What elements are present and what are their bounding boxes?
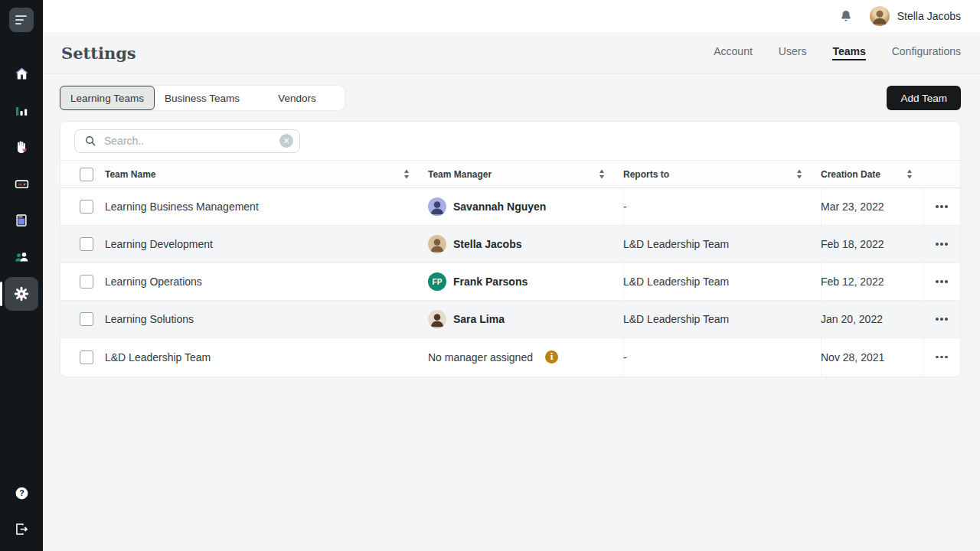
team-manager-cell: No manager assignedi — [428, 350, 623, 364]
reports-to-cell: - — [623, 188, 821, 225]
column-header-team-name[interactable]: Team Name — [105, 169, 428, 180]
sidebar-item-library[interactable] — [5, 204, 38, 237]
sort-icon[interactable] — [403, 169, 410, 179]
ellipsis-icon — [936, 243, 948, 246]
sidebar-item-people[interactable] — [5, 240, 38, 274]
creation-date-cell: Mar 23, 2022 — [821, 188, 923, 225]
manager-avatar: FP — [428, 272, 446, 291]
table-row: Learning Development Stella Jacobs L&D L… — [60, 226, 960, 263]
sort-icon[interactable] — [599, 169, 605, 179]
help-icon: ? — [14, 485, 30, 501]
sort-icon[interactable] — [796, 169, 802, 179]
nav-teams[interactable]: Teams — [832, 45, 865, 60]
nav-account[interactable]: Account — [714, 45, 753, 60]
column-header-reports-to[interactable]: Reports to — [623, 169, 821, 180]
table-row: Learning Solutions Sara Lima L&D Leaders… — [60, 301, 960, 338]
manager-avatar — [428, 197, 446, 216]
no-manager-label: No manager assigned — [428, 351, 533, 364]
hamburger-icon — [15, 15, 27, 17]
logout-button[interactable] — [14, 521, 30, 540]
toolbar-row: Learning Teams Business Teams Vendors Ad… — [60, 86, 961, 110]
search-row: ✕ — [60, 122, 960, 161]
sidebar-nav — [5, 57, 38, 314]
team-name-cell: L&D Leadership Team — [105, 351, 428, 364]
logout-icon — [14, 521, 30, 537]
sidebar-bottom: ? — [0, 485, 43, 540]
column-header-creation-date[interactable]: Creation Date — [821, 169, 923, 180]
manager-name: Savannah Nguyen — [453, 201, 546, 213]
row-checkbox[interactable] — [80, 200, 93, 214]
nav-users[interactable]: Users — [779, 45, 807, 60]
bar-chart-icon — [14, 103, 29, 118]
row-checkbox[interactable] — [80, 312, 93, 326]
help-button[interactable]: ? — [14, 485, 30, 504]
users-icon — [13, 249, 30, 266]
home-icon — [14, 66, 30, 82]
info-icon[interactable]: i — [545, 350, 558, 364]
tab-learning-teams[interactable]: Learning Teams — [60, 86, 155, 110]
sidebar: ? — [0, 0, 43, 551]
page-title: Settings — [61, 44, 136, 63]
table-header: Team Name Team Manager Reports to Creati… — [60, 161, 960, 188]
app-root: ? Stella Ja — [0, 0, 980, 551]
team-manager-cell: Sara Lima — [428, 310, 623, 328]
team-name-cell: Learning Business Management — [105, 201, 428, 213]
team-name-cell: Learning Development — [105, 238, 428, 250]
search-input[interactable] — [104, 135, 279, 147]
hand-icon — [14, 139, 29, 155]
team-manager-cell: Stella Jacobs — [428, 235, 623, 253]
reports-to-cell: - — [623, 338, 821, 376]
ellipsis-icon — [936, 205, 948, 208]
creation-date-cell: Jan 20, 2022 — [821, 301, 923, 337]
select-all-checkbox[interactable] — [80, 168, 93, 181]
topbar: Stella Jacobs — [43, 0, 980, 32]
tab-vendors[interactable]: Vendors — [250, 86, 345, 110]
reports-to-cell: L&D Leadership Team — [623, 263, 821, 300]
creation-date-cell: Nov 28, 2021 — [821, 338, 923, 376]
team-name-cell: Learning Solutions — [105, 313, 428, 325]
ellipsis-icon — [936, 356, 948, 359]
manager-avatar — [428, 235, 446, 253]
column-header-team-manager[interactable]: Team Manager — [428, 169, 623, 180]
sidebar-item-billing[interactable] — [5, 167, 38, 201]
row-checkbox[interactable] — [80, 275, 93, 289]
table-body: Learning Business Management Savannah Ng… — [60, 188, 960, 376]
clear-search-icon[interactable]: ✕ — [279, 134, 293, 148]
sort-icon[interactable] — [906, 169, 913, 179]
bell-icon — [839, 8, 853, 24]
team-name-cell: Learning Operations — [105, 276, 428, 288]
tab-business-teams[interactable]: Business Teams — [155, 86, 250, 110]
row-actions-button[interactable] — [923, 226, 960, 262]
row-actions-button[interactable] — [923, 188, 960, 225]
table-row: L&D Leadership Team No manager assignedi… — [60, 338, 960, 376]
teams-table-card: ✕ Team Name Team Manager — [60, 121, 961, 377]
row-checkbox[interactable] — [80, 350, 93, 364]
reports-to-cell: L&D Leadership Team — [623, 226, 821, 262]
row-actions-button[interactable] — [923, 263, 960, 300]
notebook-icon — [14, 213, 29, 228]
table-row: Learning Business Management Savannah Ng… — [60, 188, 960, 226]
content: Learning Teams Business Teams Vendors Ad… — [43, 74, 980, 377]
search-box: ✕ — [74, 129, 300, 153]
manager-name: Sara Lima — [453, 313, 505, 325]
user-name: Stella Jacobs — [897, 10, 961, 22]
row-checkbox[interactable] — [80, 237, 93, 251]
row-actions-button[interactable] — [923, 338, 960, 376]
team-type-tabs: Learning Teams Business Teams Vendors — [60, 86, 345, 110]
ellipsis-icon — [936, 280, 948, 283]
nav-configurations[interactable]: Configurations — [892, 45, 961, 60]
row-actions-button[interactable] — [923, 301, 960, 337]
hamburger-menu-button[interactable] — [9, 8, 34, 32]
creation-date-cell: Feb 12, 2022 — [821, 263, 923, 300]
user-menu[interactable]: Stella Jacobs — [870, 6, 961, 26]
sidebar-item-reports[interactable] — [5, 93, 38, 127]
card-terminal-icon — [14, 176, 30, 192]
add-team-button[interactable]: Add Team — [887, 86, 961, 110]
sidebar-item-home[interactable] — [5, 57, 38, 90]
notifications-button[interactable] — [839, 8, 853, 24]
team-manager-cell: Savannah Nguyen — [428, 197, 623, 216]
team-manager-cell: FPFrank Parsons — [428, 272, 623, 291]
sidebar-item-engagement[interactable] — [5, 130, 38, 164]
manager-name: Frank Parsons — [453, 276, 528, 288]
sidebar-item-settings[interactable] — [5, 277, 38, 311]
